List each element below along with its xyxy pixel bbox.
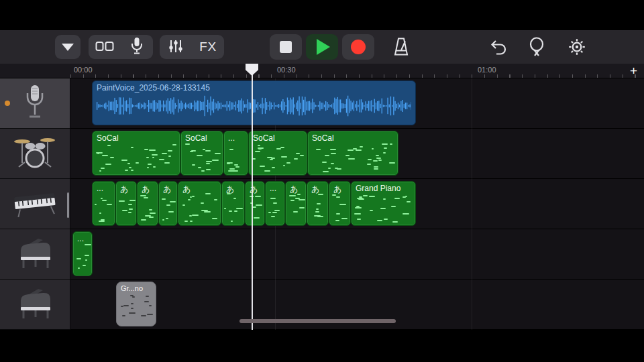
bar-gridline (472, 78, 472, 330)
play-button[interactable] (306, 34, 338, 60)
region-label: SoCal (185, 133, 207, 143)
tracks-view-button[interactable] (89, 35, 121, 59)
region-label: あ (290, 184, 298, 195)
track-controls-button[interactable] (160, 35, 192, 59)
garageband-screen: FX (0, 0, 644, 362)
ruler-time-label: 00:30 (277, 66, 296, 74)
region-label: あ (182, 184, 191, 195)
region-label: あ (250, 184, 258, 195)
midi-region[interactable]: SoCal (180, 131, 223, 176)
input-indicator-dot (5, 101, 10, 106)
drums-icon (13, 135, 56, 172)
region-label: Grand Piano (356, 184, 400, 193)
chevron-down-icon (62, 44, 74, 51)
playhead-line (252, 64, 253, 330)
midi-region[interactable]: あ (137, 181, 158, 226)
region-label: あ (226, 184, 234, 195)
region-label: あ (333, 184, 341, 195)
settings-button[interactable] (564, 34, 590, 61)
record-icon (351, 40, 366, 54)
midi-region[interactable]: SoCal (92, 131, 180, 176)
midi-region[interactable]: SoCal (307, 131, 398, 176)
waveform (97, 95, 411, 117)
audio-region[interactable]: PaintVoice_2025-06-28-133145 (92, 80, 416, 125)
track-header-grand-piano-4[interactable] (0, 229, 70, 280)
midi-region[interactable]: あ (307, 181, 329, 226)
grand-piano-icon (14, 236, 56, 272)
record-button[interactable] (342, 34, 374, 60)
view-toggle-group (89, 35, 153, 59)
arrangement-area[interactable]: PaintVoice_2025-06-28-133145SoCalSoCal..… (70, 78, 644, 330)
mixer-fx-group: FX (160, 35, 224, 59)
microphone-icon (131, 37, 143, 57)
track-header-drums-2[interactable] (0, 129, 70, 179)
horizontal-scrollbar[interactable] (239, 319, 396, 323)
vertical-scrollbar[interactable] (67, 192, 69, 218)
region-label: SoCal (312, 133, 334, 143)
midi-region[interactable]: あ (158, 181, 178, 226)
midi-region[interactable]: あ (115, 181, 137, 226)
region-label: SoCal (97, 133, 119, 143)
midi-region[interactable]: あ (245, 181, 265, 226)
track-header-microphone-1[interactable] (0, 78, 70, 129)
track-header-keyboard-3[interactable] (0, 179, 70, 229)
play-icon (317, 39, 330, 55)
instrument-view-button[interactable] (121, 35, 153, 59)
fx-label: FX (199, 40, 216, 54)
stop-button[interactable] (270, 34, 302, 60)
region-label: SoCal (253, 133, 275, 143)
midi-region[interactable]: ... (72, 231, 93, 276)
region-label: ... (97, 184, 103, 193)
metronome-icon (392, 37, 410, 58)
region-label: Gr...no (121, 284, 143, 292)
track-header-column (0, 78, 70, 330)
midi-region[interactable]: Gr...no (116, 282, 156, 326)
keyboard-icon (13, 188, 57, 220)
ruler-plus-button[interactable]: + (627, 64, 640, 78)
region-label: ... (77, 234, 84, 243)
grand-piano-icon (14, 286, 56, 322)
region-label: あ (142, 184, 150, 195)
microphone-icon (23, 84, 46, 123)
midi-region[interactable]: SoCal (248, 131, 307, 176)
metronome-button[interactable] (388, 34, 415, 61)
toolbar: FX (0, 30, 644, 64)
midi-region[interactable]: ... (92, 181, 115, 226)
undo-button[interactable] (484, 34, 511, 61)
undo-icon (488, 38, 507, 58)
midi-region[interactable]: ... (265, 181, 285, 226)
tracks-view-icon (95, 41, 114, 54)
loop-icon (528, 37, 545, 59)
faders-icon (168, 38, 184, 56)
ruler-time-label: 01:00 (478, 66, 496, 74)
gear-icon (568, 38, 586, 58)
midi-region[interactable]: あ (285, 181, 307, 226)
region-label: あ (120, 184, 128, 195)
timeline-ruler[interactable]: 00:0000:3001:00 + (0, 64, 644, 78)
region-label: ... (228, 133, 235, 143)
loop-browser-button[interactable] (523, 34, 550, 61)
region-label: PaintVoice_2025-06-28-133145 (97, 83, 210, 93)
stop-icon (280, 41, 292, 53)
song-navigation-button[interactable] (55, 35, 80, 59)
midi-region[interactable]: あ (178, 181, 221, 226)
midi-region[interactable]: ... (223, 131, 248, 176)
fx-button[interactable]: FX (192, 35, 224, 59)
region-label: あ (163, 184, 171, 195)
track-header-grand-piano-5[interactable] (0, 280, 70, 330)
ruler-time-label: 00:00 (74, 66, 93, 74)
region-label: ... (270, 184, 276, 193)
midi-region[interactable]: Grand Piano (351, 181, 416, 226)
midi-region[interactable]: あ (221, 181, 245, 226)
region-label: あ (311, 184, 319, 195)
midi-region[interactable]: あ (329, 181, 351, 226)
